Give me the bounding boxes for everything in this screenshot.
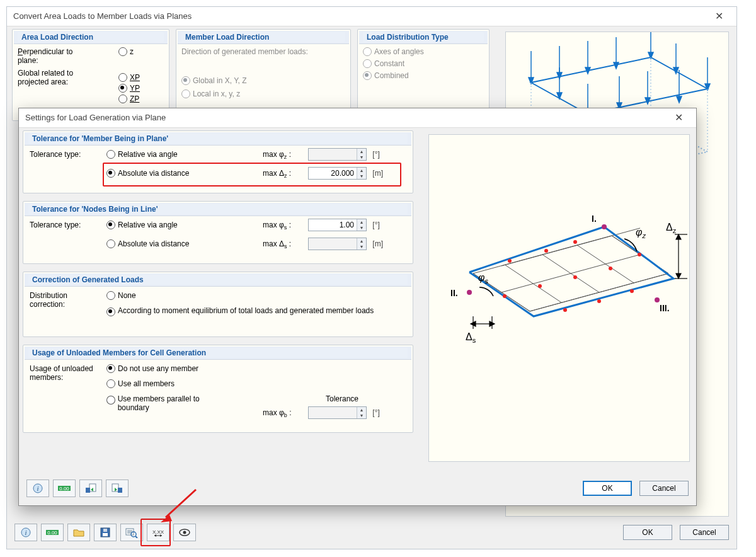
max-phi-s-input[interactable]: ▲▼ xyxy=(308,219,367,231)
group-correction-loads: Correction of Generated Loads Distributi… xyxy=(23,272,413,337)
radio-yp[interactable]: YP xyxy=(118,84,140,93)
max-phi-s-label: max φs : xyxy=(263,221,291,231)
outer-cancel-button[interactable]: Cancel xyxy=(680,525,729,540)
usage-unloaded-label: Usage of unloaded members: xyxy=(30,364,99,382)
group-usage-unloaded-members: Usage of Unloaded Members for Cell Gener… xyxy=(23,345,413,433)
max-delta-s-label: max Δs : xyxy=(263,239,291,250)
max-delta-z-input[interactable]: ▲▼ xyxy=(308,167,367,180)
svg-point-62 xyxy=(544,249,548,253)
group-title: Member Load Direction xyxy=(181,32,345,42)
radio-relative-angle-1[interactable]: Relative via angle xyxy=(106,150,178,159)
group-title: Tolerance for 'Nodes Being in Line' xyxy=(28,204,408,214)
radio-xp[interactable]: XP xyxy=(118,73,140,82)
radio-correction-none[interactable]: None xyxy=(106,291,136,300)
svg-text:0.00: 0.00 xyxy=(47,530,57,536)
outer-title: Convert Area Loads to Member Loads via P… xyxy=(13,11,192,21)
save-icon[interactable] xyxy=(94,524,117,541)
inspect-icon[interactable] xyxy=(120,524,143,541)
copy-out-icon[interactable] xyxy=(106,479,129,497)
outer-dialog: Convert Area Loads to Member Loads via P… xyxy=(6,6,737,549)
svg-rect-36 xyxy=(103,529,107,532)
radio-zp[interactable]: ZP xyxy=(118,95,139,103)
svg-point-61 xyxy=(508,259,512,263)
member-dir-hint: Direction of generated member loads: xyxy=(181,47,345,56)
radio-relative-angle-2[interactable]: Relative via angle xyxy=(106,221,178,229)
close-icon[interactable]: ✕ xyxy=(666,108,691,127)
radio-usage-none[interactable]: Do not use any member xyxy=(106,364,198,373)
svg-point-48 xyxy=(183,531,186,534)
svg-marker-74 xyxy=(676,273,681,278)
label-phi-z: φz xyxy=(636,227,646,239)
max-phi-b-label: max φb : xyxy=(263,408,291,418)
radio-local-xyz: Local in x, y, z xyxy=(181,89,240,98)
label-I: I. xyxy=(592,214,597,224)
radio-absolute-distance-1[interactable]: Absolute via distance xyxy=(106,169,189,178)
radio-constant: Constant xyxy=(363,59,404,68)
svg-rect-90 xyxy=(118,488,122,493)
outer-bottom-bar: i 0.00 X.XX OK Cancel xyxy=(14,522,729,543)
max-delta-s-input: ▲▼ xyxy=(308,238,367,250)
radio-combined: Combined xyxy=(363,71,409,80)
svg-text:X.XX: X.XX xyxy=(152,529,164,535)
max-delta-z-input-wrap: ▲▼ [m] xyxy=(308,167,383,180)
tolerance-header: Tolerance xyxy=(326,394,358,403)
help-icon[interactable]: i xyxy=(26,479,49,497)
group-title: Usage of Unloaded Members for Cell Gener… xyxy=(28,348,408,358)
inner-cancel-button[interactable]: Cancel xyxy=(639,481,689,496)
radio-usage-all[interactable]: Use all members xyxy=(106,379,175,388)
zero-dec-icon[interactable]: 0.00 xyxy=(41,524,64,541)
inner-dialog: Settings for Load Generation via Plane ✕… xyxy=(18,108,697,506)
group-title: Tolerance for 'Member Being in Plane' xyxy=(28,134,408,144)
max-phi-z-label: max φz : xyxy=(263,150,291,160)
outer-ok-button[interactable]: OK xyxy=(623,525,672,540)
svg-point-68 xyxy=(563,308,567,312)
eye-icon[interactable] xyxy=(173,524,196,541)
close-icon[interactable]: ✕ xyxy=(706,7,731,26)
group-title: Area Load Direction xyxy=(18,32,164,42)
svg-marker-73 xyxy=(676,234,681,239)
max-phi-z-input-wrap: ▲▼ [°] xyxy=(308,148,380,161)
inner-body: Tolerance for 'Member Being in Plane' To… xyxy=(19,128,696,505)
svg-point-64 xyxy=(503,294,507,298)
svg-text:0.00: 0.00 xyxy=(59,486,69,491)
group-title: Correction of Generated Loads xyxy=(28,275,408,285)
label-II: II. xyxy=(450,288,458,298)
unit-deg: [°] xyxy=(372,150,379,159)
help-icon[interactable]: i xyxy=(14,524,37,541)
radio-correction-equilibrium[interactable]: According to moment equilibrium of total… xyxy=(106,306,374,316)
inner-ok-button[interactable]: OK xyxy=(583,481,632,496)
open-icon[interactable] xyxy=(67,524,90,541)
unit-m: [m] xyxy=(372,169,383,178)
max-phi-z-input: ▲▼ xyxy=(308,148,367,161)
precision-icon[interactable]: X.XX xyxy=(147,524,169,541)
radio-global-xyz: Global in X, Y, Z xyxy=(181,76,247,85)
svg-marker-17 xyxy=(677,96,682,103)
tolerance-type-label: Tolerance type: xyxy=(30,150,81,159)
distribution-correction-label: Distribution correction: xyxy=(30,291,99,309)
svg-marker-9 xyxy=(614,62,619,69)
svg-point-63 xyxy=(573,240,577,244)
radio-absolute-distance-2[interactable]: Absolute via distance xyxy=(106,239,189,248)
inner-tolerance-diagram: φz Δz φs xyxy=(429,135,689,461)
group-tolerance-member-plane: Tolerance for 'Member Being in Plane' To… xyxy=(23,130,413,193)
svg-point-70 xyxy=(630,289,634,293)
outer-titlebar: Convert Area Loads to Member Loads via P… xyxy=(7,7,736,26)
unit-m: [m] xyxy=(372,239,383,248)
radio-axes-angles: Axes of angles xyxy=(363,47,424,56)
svg-marker-19 xyxy=(645,98,650,104)
zero-dec-icon[interactable]: 0.00 xyxy=(53,479,76,497)
inner-titlebar: Settings for Load Generation via Plane ✕ xyxy=(19,108,696,128)
svg-point-60 xyxy=(655,297,660,302)
tolerance-type-label-2: Tolerance type: xyxy=(30,221,81,229)
inner-diagram-panel: φz Δz φs xyxy=(428,134,690,462)
svg-point-58 xyxy=(602,224,607,229)
max-phi-b-input: ▲▼ xyxy=(308,406,367,419)
svg-line-42 xyxy=(135,536,137,538)
unit-deg: [°] xyxy=(372,408,379,417)
inner-title: Settings for Load Generation via Plane xyxy=(25,113,166,122)
copy-in-icon[interactable] xyxy=(79,479,102,497)
radio-z[interactable]: z xyxy=(118,47,134,56)
svg-point-66 xyxy=(573,275,577,279)
inner-bottom-bar: i 0.00 OK Cancel xyxy=(26,479,689,498)
radio-usage-parallel[interactable]: Use members parallel to boundary xyxy=(106,394,230,412)
